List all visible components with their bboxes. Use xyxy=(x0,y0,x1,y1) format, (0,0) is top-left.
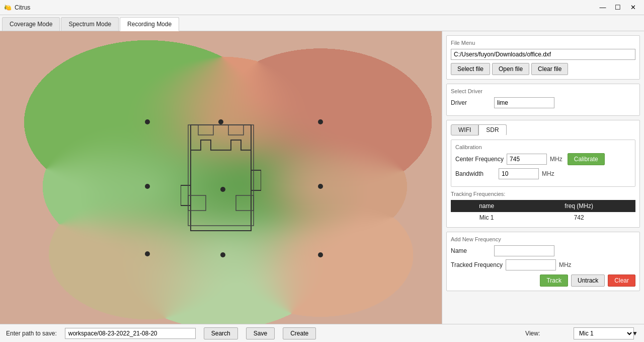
calibration-title: Calibration xyxy=(455,144,631,150)
file-menu-title: File Menu xyxy=(451,40,635,46)
sensor-dot[interactable] xyxy=(220,187,225,192)
view-select[interactable]: Mic 1 Mic 2 Mic 3 xyxy=(574,327,634,339)
main-content: File Menu Select file Open file Clear fi… xyxy=(0,31,644,324)
add-new-freq-title: Add New Frequency xyxy=(451,236,635,242)
center-freq-row: Center Frequency MHz Calibrate xyxy=(455,153,631,165)
sensor-dot[interactable] xyxy=(218,119,223,124)
sensor-dot[interactable] xyxy=(318,184,323,189)
col-name: name xyxy=(451,200,522,212)
new-name-row: Name xyxy=(451,245,635,256)
tab-spectrum[interactable]: Spectrum Mode xyxy=(61,17,119,31)
bandwidth-unit: MHz xyxy=(542,170,554,177)
file-path-input[interactable] xyxy=(451,49,635,60)
center-freq-unit: MHz xyxy=(550,156,562,163)
sensor-dot[interactable] xyxy=(318,119,323,124)
freq-name: Mic 1 xyxy=(451,212,522,223)
path-label: Enter path to save: xyxy=(6,330,57,337)
file-menu-section: File Menu Select file Open file Clear fi… xyxy=(446,35,640,80)
tab-coverage[interactable]: Coverage Mode xyxy=(2,17,60,31)
map-area xyxy=(0,31,442,324)
tab-recording[interactable]: Recording Mode xyxy=(120,17,179,31)
add-new-freq-section: Add New Frequency Name Tracked Frequency… xyxy=(446,232,640,291)
clear-button[interactable]: Clear xyxy=(608,275,635,287)
bandwidth-input[interactable] xyxy=(499,168,539,179)
statusbar: Enter path to save: Search Save Create V… xyxy=(0,324,644,342)
calibration-box: Calibration Center Frequency MHz Calibra… xyxy=(451,140,635,187)
tabbar: Coverage Mode Spectrum Mode Recording Mo… xyxy=(0,15,644,31)
col-freq: freq (MHz) xyxy=(522,200,635,212)
freq-table: name freq (MHz) Mic 1742 xyxy=(451,200,635,223)
app-icon: 🍋 xyxy=(4,4,12,11)
sensor-dot[interactable] xyxy=(145,184,150,189)
file-buttons: Select file Open file Clear file xyxy=(451,63,635,75)
tracked-freq-input[interactable] xyxy=(506,259,556,270)
sdr-section: WIFI SDR Calibration Center Frequency MH… xyxy=(446,120,640,228)
tracking-freq-title: Tracking Frequencies: xyxy=(451,191,635,197)
untrack-button[interactable]: Untrack xyxy=(571,275,605,287)
driver-row: Driver xyxy=(451,97,635,108)
app-title: Citrus xyxy=(15,4,30,11)
titlebar: 🍋 Citrus — ☐ ✕ xyxy=(0,0,644,15)
titlebar-controls: — ☐ ✕ xyxy=(596,2,640,13)
driver-label: Driver xyxy=(451,99,491,106)
track-button[interactable]: Track xyxy=(540,275,568,287)
tracking-frequencies: Tracking Frequencies: name freq (MHz) Mi… xyxy=(451,191,635,223)
path-input[interactable] xyxy=(65,328,196,339)
tracked-freq-unit: MHz xyxy=(559,261,572,268)
heatmap-canvas xyxy=(0,31,442,324)
create-button[interactable]: Create xyxy=(283,327,316,339)
maximize-button[interactable]: ☐ xyxy=(611,2,625,13)
center-freq-label: Center Frequency xyxy=(455,156,504,163)
minimize-button[interactable]: — xyxy=(596,2,610,13)
sdr-tabs: WIFI SDR xyxy=(451,124,635,135)
select-driver-title: Select Driver xyxy=(451,88,635,94)
bandwidth-row: Bandwidth MHz xyxy=(455,168,631,179)
titlebar-left: 🍋 Citrus xyxy=(4,4,30,11)
center-freq-input[interactable] xyxy=(507,154,547,165)
tracked-freq-row: Tracked Frequency MHz xyxy=(451,259,635,270)
right-panel: File Menu Select file Open file Clear fi… xyxy=(442,31,644,324)
sensor-dot[interactable] xyxy=(318,252,323,257)
tracked-freq-label: Tracked Frequency xyxy=(451,261,503,268)
save-button[interactable]: Save xyxy=(246,327,275,339)
view-label: View: xyxy=(525,330,566,337)
close-button[interactable]: ✕ xyxy=(626,2,640,13)
search-button[interactable]: Search xyxy=(204,327,238,339)
select-file-button[interactable]: Select file xyxy=(451,63,490,75)
sensor-dot[interactable] xyxy=(145,251,150,256)
table-row: Mic 1742 xyxy=(451,212,635,223)
clear-file-button[interactable]: Clear file xyxy=(531,63,568,75)
freq-value: 742 xyxy=(522,212,635,223)
new-name-input[interactable] xyxy=(494,245,554,256)
sensor-dot[interactable] xyxy=(145,119,150,124)
bandwidth-label: Bandwidth xyxy=(455,170,496,177)
calibrate-button[interactable]: Calibrate xyxy=(568,153,605,165)
sensor-dot[interactable] xyxy=(220,252,225,257)
driver-input[interactable] xyxy=(494,97,554,108)
new-name-label: Name xyxy=(451,247,491,254)
select-driver-section: Select Driver Driver xyxy=(446,84,640,116)
wifi-tab[interactable]: WIFI xyxy=(451,124,478,135)
sdr-tab[interactable]: SDR xyxy=(478,124,506,135)
open-file-button[interactable]: Open file xyxy=(492,63,529,75)
add-freq-buttons: Track Untrack Clear xyxy=(451,275,635,287)
